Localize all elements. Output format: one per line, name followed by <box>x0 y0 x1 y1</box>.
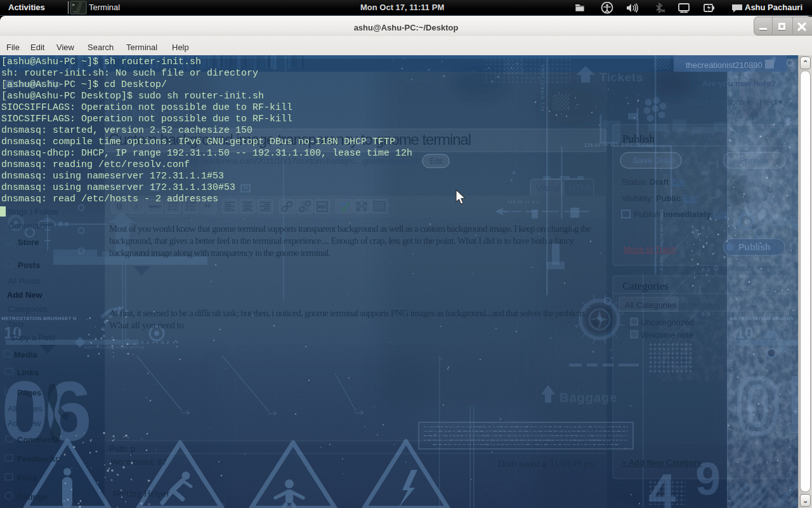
svg-text:Ratings: Ratings <box>17 492 48 502</box>
svg-text:Store: Store <box>18 237 39 247</box>
svg-text:Visibility: Public Edit: Visibility: Public Edit <box>622 194 697 203</box>
svg-text:Tags: Tags <box>7 319 25 329</box>
svg-text:HTML: HTML <box>569 183 593 193</box>
svg-text:Draft saved at 11:08:49 pm.: Draft saved at 11:08:49 pm. <box>498 459 597 469</box>
svg-text:Categories: Categories <box>8 304 48 314</box>
svg-text:Are you new here?: Are you new here? <box>702 79 776 88</box>
svg-text:Publish: Publish <box>622 133 655 145</box>
svg-text:All Pages: All Pages <box>8 404 43 413</box>
svg-text:All Posts: All Posts <box>8 276 40 286</box>
svg-text:Add New: Add New <box>7 290 43 300</box>
svg-text:Categories: Categories <box>622 280 669 292</box>
svg-text:Move to Trash: Move to Trash <box>624 244 676 254</box>
svg-text:What all you need to: What all you need to <box>109 320 184 330</box>
svg-text:Copy a Post: Copy a Post <box>10 333 55 342</box>
svg-text:Word count: 87: Word count: 87 <box>111 457 167 467</box>
svg-text:Comments: Comments <box>17 435 60 444</box>
svg-text:thecreationist210890: thecreationist210890 <box>686 60 763 70</box>
svg-text:Most of you would know that gn: Most of you would know that gnome termin… <box>109 224 591 234</box>
svg-text:Preview: Preview <box>740 156 769 165</box>
svg-text:+ Add New Category: + Add New Category <box>622 458 702 467</box>
svg-text:Visual: Visual <box>536 183 560 193</box>
svg-text:Edit: Edit <box>429 157 443 166</box>
svg-text:Path: p: Path: p <box>109 444 135 453</box>
svg-text:Polls: Polls <box>17 473 37 483</box>
svg-text:0.2: 0.2 <box>702 267 710 272</box>
svg-text:Save Draft: Save Draft <box>633 156 674 165</box>
svg-text:Status: Draft Edit: Status: Draft Edit <box>622 177 686 187</box>
svg-text:Feedbacks: Feedbacks <box>17 454 60 464</box>
svg-text:Welcome note: Welcome note <box>641 330 693 340</box>
svg-text:background, that gives a bette: background, that gives a better feel to … <box>109 236 574 246</box>
svg-text:Publish: Publish <box>738 242 771 252</box>
svg-text:Help ▾: Help ▾ <box>759 97 783 107</box>
svg-text:Uncategorized: Uncategorized <box>641 318 694 327</box>
svg-text:Most Used: Most Used <box>683 300 723 310</box>
svg-text:At first, it seemed to be a di: At first, it seemed to be a difficult ta… <box>109 308 586 318</box>
svg-text:_: _ <box>72 7 76 13</box>
svg-text:background image along with tr: background image along with transparency… <box>109 248 331 258</box>
svg-text:Blogs I Follow: Blogs I Follow <box>7 207 59 217</box>
svg-text:Connections: Connections <box>8 221 55 231</box>
svg-text:All Categories: All Categories <box>625 300 676 310</box>
svg-text:Screen Options ▾: Screen Options ▾ <box>688 97 751 107</box>
svg-text:Links: Links <box>17 368 39 377</box>
svg-text:Pages: Pages <box>17 388 41 398</box>
svg-text:Add New: Add New <box>8 418 41 428</box>
svg-text:Posts: Posts <box>18 260 40 270</box>
svg-text:Publish immediately Edit: Publish immediately Edit <box>634 210 728 219</box>
svg-text:Media: Media <box>14 350 38 359</box>
